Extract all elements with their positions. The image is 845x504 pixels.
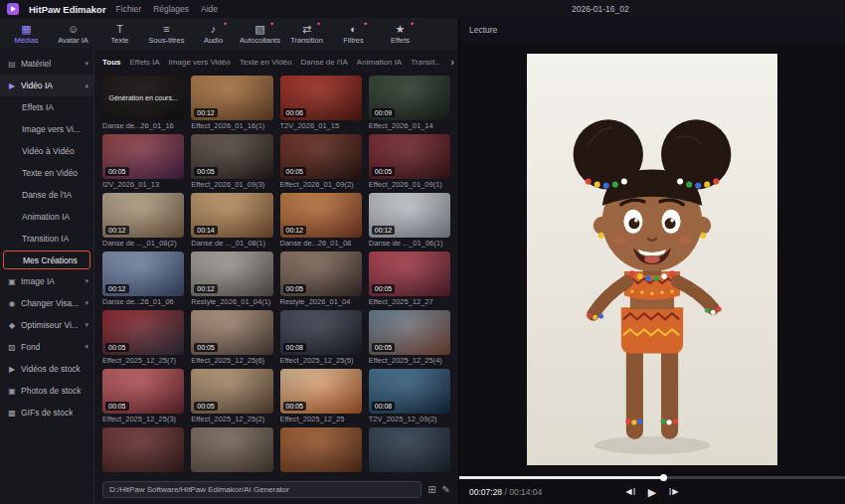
media-item[interactable]: 00:05 Effect_2026_01_09(3) <box>191 134 272 189</box>
media-item[interactable]: 00:09 Effect_2026_01_14 <box>369 76 450 130</box>
toolbar-item[interactable]: ✦ ⇄ Transition <box>283 23 330 45</box>
media-item[interactable] <box>280 427 362 472</box>
library-tab[interactable]: Danse de l'IA <box>301 58 348 67</box>
media-thumbnail: 00:12 <box>191 76 272 120</box>
media-item[interactable]: 00:05 Effect_2025_12_25(3) <box>102 369 184 423</box>
toolbar-item-label: Filtres <box>343 36 363 45</box>
sidebar-item[interactable]: Vidéo à Vidéo <box>0 140 93 162</box>
sidebar-item[interactable]: ▣ Image IA ▾ <box>0 270 93 292</box>
play-button[interactable]: ▶ <box>648 487 656 497</box>
sidebar-item[interactable]: ▨ Fond ▾ <box>0 336 93 358</box>
video-enhancer-icon: ◆ <box>7 321 17 330</box>
path-input[interactable] <box>102 481 422 498</box>
library-tab[interactable]: Animation IA <box>357 58 402 67</box>
sidebar-item[interactable]: Image vers Vi... <box>0 118 93 140</box>
media-item[interactable]: 00:12 Danse de ..._01_08(2) <box>102 193 184 248</box>
library-tab[interactable]: Effets IA <box>130 58 160 67</box>
sidebar-item[interactable]: ◆ Optimiseur Vi... ▾ <box>0 314 93 336</box>
media-item[interactable]: 00:05 Effect_2025_12_25(7) <box>102 310 184 365</box>
media-thumbnail: 00:08 <box>369 369 450 414</box>
media-item[interactable]: Génération en cours... Danse de...26_01_… <box>102 76 184 130</box>
stock-videos-icon: ▶ <box>7 365 17 374</box>
library-tab[interactable]: Texte en Vidéo <box>240 58 292 67</box>
media-item[interactable]: 00:12 Effect_2026_01_16(1) <box>191 76 272 130</box>
toolbar-item[interactable]: ✦ ◐ Filtres <box>330 23 377 45</box>
sidebar-item[interactable]: ▣ Photos de stock <box>0 380 93 402</box>
media-item-label: Effect_2025_12_25(7) <box>102 356 184 365</box>
menu-item[interactable]: Fichier <box>116 4 142 14</box>
sidebar-item[interactable]: Effets IA <box>0 96 93 118</box>
media-item[interactable]: 00:12 Restyle_2026_01_04(1) <box>191 252 272 306</box>
media-thumbnail: 00:14 <box>191 193 272 238</box>
next-frame-button[interactable]: ▶ <box>669 487 678 497</box>
sidebar-item[interactable]: Animation IA <box>0 206 93 228</box>
toolbar-item[interactable]: ✦ ★ Effets <box>377 23 423 45</box>
media-item[interactable] <box>369 427 450 472</box>
media-item[interactable]: 00:05 Effect_2025_12_25 <box>280 369 362 423</box>
media-item-label: Effect_2025_12_25(5) <box>280 356 362 365</box>
media-item[interactable]: 00:06 T2V_2026_01_15 <box>280 76 362 130</box>
ai-sparkle-icon: ✦ <box>223 21 228 27</box>
transition-icon: ⇄ <box>302 23 311 35</box>
preview-stage[interactable] <box>459 42 845 476</box>
library-tab[interactable]: Image vers Vidéo <box>169 58 231 67</box>
stickers-icon: ▧ <box>254 23 264 35</box>
sidebar-item[interactable]: ▤ Matériel ▾ <box>0 53 93 75</box>
media-item[interactable]: 00:12 Danse de...26_01_08 <box>280 193 362 248</box>
media-thumbnail: 00:05 <box>191 369 272 414</box>
duration-badge: 00:12 <box>194 108 218 117</box>
library-tab[interactable]: Transit... <box>411 58 441 67</box>
tabs-scroll-right-icon[interactable]: › <box>446 50 458 74</box>
sidebar-item[interactable]: ▶ Vidéo IA ▴ <box>0 75 93 96</box>
ai-avatar-icon: ☺ <box>68 23 79 35</box>
menu-bar: FichierRéglagesAide <box>116 4 218 14</box>
media-item[interactable]: 00:12 Danse de ..._01_06(1) <box>369 193 450 248</box>
current-time: 00:07:28 <box>469 487 502 497</box>
media-thumbnail: 00:09 <box>369 76 450 120</box>
media-item[interactable]: 00:05 Effect_2025_12_25(4) <box>369 310 450 365</box>
toolbar-item[interactable]: ☺ Avatar IA <box>50 23 96 45</box>
sidebar-item[interactable]: Danse de l'IA <box>0 184 93 206</box>
duration-badge: 00:12 <box>283 226 307 235</box>
import-icon[interactable]: ⊞ <box>427 484 435 495</box>
sidebar-item[interactable]: Texte en Vidéo <box>0 162 93 184</box>
toolbar-item[interactable]: ✦ ♪ Audio <box>190 23 237 45</box>
toolbar-item[interactable]: ≡ Sous-titres <box>143 23 190 45</box>
sidebar-item[interactable]: Mes Créations <box>3 251 90 269</box>
media-item[interactable]: 00:14 Danse de ..._01_08(1) <box>191 193 272 248</box>
media-item[interactable]: 00:12 Danse de...26_01_06 <box>102 252 184 306</box>
library-tab[interactable]: Tous <box>102 58 121 67</box>
media-item[interactable]: 00:05 Effect_2025_12_25(6) <box>191 310 272 365</box>
media-item[interactable] <box>191 427 272 472</box>
edit-icon[interactable]: ✎ <box>442 484 450 495</box>
media-item[interactable]: 00:05 I2V_2026_01_13 <box>102 134 184 189</box>
toolbar-item[interactable]: ▦ Médias <box>3 23 50 45</box>
toolbar-item[interactable]: T Texte <box>96 23 143 45</box>
sidebar-item-label: Image vers Vi... <box>22 124 81 134</box>
previous-frame-button[interactable]: ◀ <box>626 487 635 497</box>
media-thumbnail: 00:05 <box>280 134 362 179</box>
media-item-label: Effect_2025_12_27 <box>369 297 450 306</box>
media-item[interactable]: 00:05 Effect_2025_12_27 <box>369 252 450 306</box>
library-panel: TousEffets IAImage vers VidéoTexte en Vi… <box>94 50 458 504</box>
media-item[interactable]: 00:05 Restyle_2026_01_04 <box>280 252 362 306</box>
media-item[interactable]: 00:08 Effect_2025_12_25(5) <box>280 310 362 365</box>
sidebar-item[interactable]: ▩ GIFs de stock <box>0 402 93 423</box>
effects-icon: ★ <box>396 23 406 35</box>
toolbar-item-label: Audio <box>204 36 223 45</box>
app-window: HitPaw Edimakor FichierRéglagesAide 2026… <box>0 0 845 504</box>
sidebar-item[interactable]: Transition IA <box>0 228 93 250</box>
sidebar-item-label: Animation IA <box>22 212 70 222</box>
media-item[interactable] <box>102 427 184 472</box>
media-item[interactable]: 00:05 Effect_2026_01_09(1) <box>369 134 450 189</box>
chevron-icon: ▾ <box>84 299 88 307</box>
menu-item[interactable]: Aide <box>201 4 218 14</box>
toolbar-item[interactable]: ✦ ▧ Autocollants <box>237 23 283 45</box>
duration-badge: 00:05 <box>194 402 218 411</box>
menu-item[interactable]: Réglages <box>153 4 189 14</box>
media-item[interactable]: 00:05 Effect_2025_12_25(2) <box>191 369 272 423</box>
sidebar-item[interactable]: ◉ Changer Visa... ▾ <box>0 292 93 314</box>
sidebar-item[interactable]: ▶ Vidéos de stock <box>0 358 93 380</box>
media-item[interactable]: 00:05 Effect_2026_01_09(2) <box>280 134 362 189</box>
media-item[interactable]: 00:08 T2V_2025_12_09(2) <box>369 369 450 423</box>
